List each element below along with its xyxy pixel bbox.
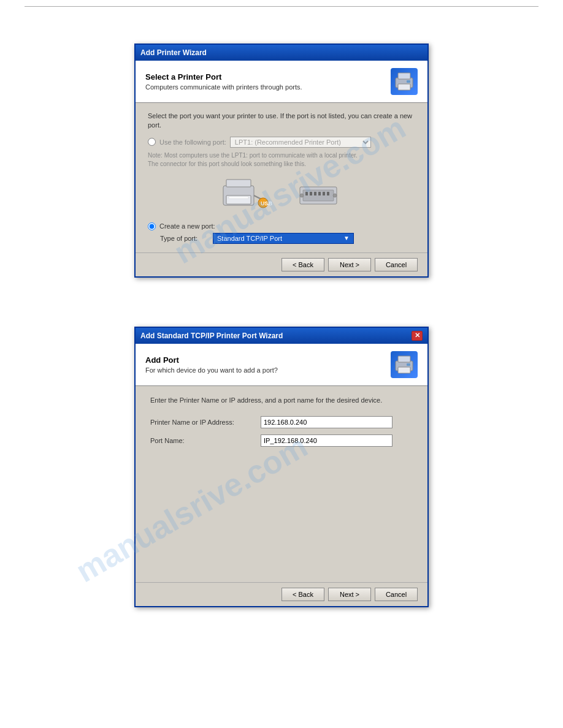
printer-images-area: USB — [148, 173, 415, 216]
svg-rect-13 — [305, 192, 308, 195]
page-content: Add Printer Wizard Select a Printer Port… — [0, 7, 563, 607]
printer-icon-2 — [393, 354, 415, 376]
dialog1-description: Select the port you want your printer to… — [148, 112, 415, 131]
svg-rect-10 — [229, 197, 248, 199]
svg-rect-24 — [407, 363, 410, 366]
svg-rect-2 — [398, 84, 410, 90]
dialog1-back-button[interactable]: < Back — [282, 258, 324, 271]
port-select-dropdown: LPT1: (Recommended Printer Port) — [230, 137, 371, 148]
svg-rect-23 — [398, 367, 410, 373]
dialog2-header-text: Add Port For which device do you want to… — [145, 355, 278, 374]
add-printer-wizard-dialog: Add Printer Wizard Select a Printer Port… — [134, 44, 429, 278]
printer-icon — [393, 70, 415, 93]
add-tcpip-port-dialog: Add Standard TCP/IP Printer Port Wizard … — [134, 327, 429, 607]
svg-rect-14 — [310, 192, 312, 195]
svg-rect-1 — [398, 73, 410, 79]
type-of-port-dropdown[interactable]: Standard TCP/IP Port ▼ — [213, 233, 354, 244]
svg-text:USB: USB — [261, 200, 272, 207]
dialog1-content: Select the port you want your printer to… — [136, 103, 427, 252]
dialog2-port-label: Port Name: — [150, 437, 261, 444]
dialog1-note-text: Note: Most computers use the LPT1: port … — [148, 151, 415, 169]
svg-point-19 — [300, 194, 304, 197]
dialog1-titlebar: Add Printer Wizard — [136, 45, 427, 61]
svg-rect-22 — [398, 356, 410, 362]
create-port-radio[interactable] — [148, 222, 156, 230]
dropdown-arrow-icon: ▼ — [343, 235, 350, 241]
dialog2-footer: < Back Next > Cancel — [136, 582, 427, 606]
use-port-radio[interactable] — [148, 138, 156, 146]
dialog2-titlebar-title: Add Standard TCP/IP Printer Port Wizard — [140, 332, 283, 340]
use-port-label[interactable]: Use the following port: — [159, 138, 226, 146]
dialog1-titlebar-title: Add Printer Wizard — [140, 48, 207, 57]
dialog1-title-text: Add Printer Wizard — [140, 48, 207, 57]
type-of-port-value: Standard TCP/IP Port — [217, 235, 282, 242]
svg-rect-16 — [318, 192, 321, 195]
dialog1-header: Select a Printer Port Computers communic… — [136, 61, 427, 103]
dialog2-back-button[interactable]: < Back — [282, 588, 324, 601]
svg-rect-5 — [226, 180, 251, 187]
dialog1-header-subtitle: Computers communicate with printers thro… — [145, 83, 302, 91]
dialog1-radio2-row: Create a new port: — [148, 222, 415, 230]
parallel-port-svg — [291, 173, 346, 216]
dialog2-title-text: Add Standard TCP/IP Printer Port Wizard — [140, 332, 283, 340]
type-of-port-label: Type of port: — [160, 235, 209, 242]
dialog1-radio1-row: Use the following port: LPT1: (Recommend… — [148, 137, 415, 148]
svg-rect-17 — [323, 192, 325, 195]
dialog1-footer: < Back Next > Cancel — [136, 252, 427, 276]
dialog2-header: Add Port For which device do you want to… — [136, 344, 427, 386]
dialog1-header-title: Select a Printer Port — [145, 72, 302, 82]
dialog2-header-icon — [391, 351, 418, 378]
dialog2-titlebar: Add Standard TCP/IP Printer Port Wizard … — [136, 328, 427, 344]
dialog2-ip-row: Printer Name or IP Address: — [150, 416, 413, 428]
dialog1-header-text: Select a Printer Port Computers communic… — [145, 72, 302, 91]
dialog2-header-subtitle: For which device do you want to add a po… — [145, 366, 278, 374]
dialog2-content: Enter the Printer Name or IP address, an… — [136, 386, 427, 582]
dialog2-header-title: Add Port — [145, 355, 278, 365]
svg-point-20 — [333, 194, 337, 197]
dialog2-close-button[interactable]: ✕ — [412, 331, 423, 341]
type-of-port-row: Type of port: Standard TCP/IP Port ▼ — [160, 233, 415, 244]
svg-rect-3 — [407, 80, 410, 83]
dialog2-ip-input[interactable] — [261, 416, 393, 428]
dialog2-description: Enter the Printer Name or IP address, an… — [150, 396, 413, 405]
dialog2-next-button[interactable]: Next > — [328, 588, 371, 601]
dialog2-cancel-button[interactable]: Cancel — [375, 588, 418, 601]
dialog1-next-button[interactable]: Next > — [328, 258, 371, 271]
create-port-label[interactable]: Create a new port: — [159, 222, 215, 230]
dialog1-header-icon — [391, 68, 418, 95]
svg-rect-18 — [327, 192, 329, 195]
local-printer-svg: USB — [217, 173, 272, 216]
dialog2-port-row: Port Name: — [150, 434, 413, 447]
dialog2-port-input[interactable] — [261, 434, 393, 447]
dialog2-ip-label: Printer Name or IP Address: — [150, 419, 261, 426]
local-printer-image: USB — [217, 173, 272, 216]
dialog1-cancel-button[interactable]: Cancel — [375, 258, 418, 271]
parallel-port-image — [291, 173, 346, 216]
svg-rect-15 — [314, 192, 316, 195]
